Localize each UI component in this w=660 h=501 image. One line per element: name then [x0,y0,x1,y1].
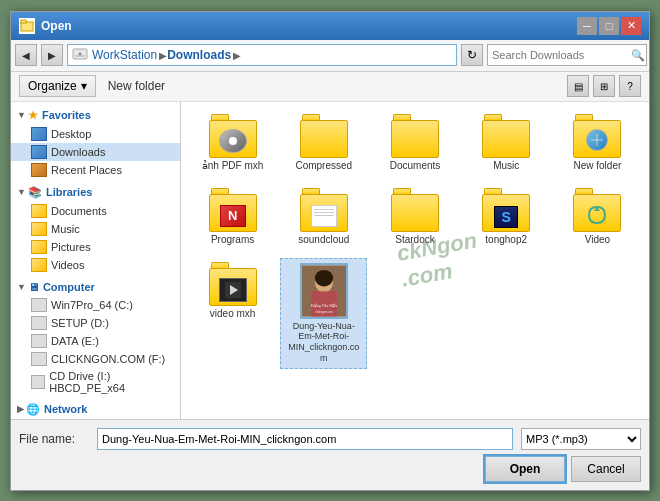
forward-button[interactable]: ▶ [41,44,63,66]
desktop-icon [31,127,47,141]
cancel-button[interactable]: Cancel [571,456,641,482]
file-item-compressed[interactable]: Compressed [280,110,367,176]
title-bar-left: Open [19,18,72,34]
libraries-collapse-arrow: ▼ [17,187,26,197]
layout-button[interactable]: ⊞ [593,75,615,97]
sidebar-item-setup[interactable]: SETUP (D:) [11,314,180,332]
sidebar-item-cd-drive[interactable]: CD Drive (I:) HBCD_PE_x64 [11,368,180,396]
documents-label: Documents [390,160,441,172]
file-item-video-mxh[interactable]: video mxh [189,258,276,369]
sidebar-item-documents[interactable]: Documents [11,202,180,220]
clickngon-drive-icon [31,352,47,366]
sidebar-item-win7pro[interactable]: Win7Pro_64 (C:) [11,296,180,314]
file-item-anh-pdf[interactable]: ảnh PDF mxh [189,110,276,176]
anh-pdf-label: ảnh PDF mxh [202,160,264,172]
sidebar-pictures-label: Pictures [51,241,91,253]
maximize-button[interactable]: □ [599,17,619,35]
computer-icon: 🖥 [28,281,39,293]
file-item-documents[interactable]: Documents [371,110,458,176]
soundcloud-folder-icon [300,188,348,232]
toolbar-right: ▤ ⊞ ? [567,75,641,97]
sidebar-item-pictures[interactable]: Pictures [11,238,180,256]
left-panel: ▼ ★ Favorites Desktop Downloads Recent P… [11,102,181,419]
svg-text:Đừng Yêu Nữa: Đừng Yêu Nữa [311,303,338,308]
new-folder-button[interactable]: New folder [104,75,169,97]
bottom-bar: File name: MP3 (*.mp3) All Files (*.*) O… [11,419,649,490]
sidebar-item-recent[interactable]: Recent Places [11,161,180,179]
computer-collapse-arrow: ▼ [17,282,26,292]
sidebar-clickngon-label: CLICKNGON.COM (F:) [51,353,165,365]
favorites-label: Favorites [42,109,91,121]
dialog-title: Open [41,19,72,33]
svg-rect-1 [21,20,26,23]
title-controls: ─ □ ✕ [577,17,641,35]
sidebar-item-clickngon[interactable]: CLICKNGON.COM (F:) [11,350,180,368]
path-workstation[interactable]: WorkStation ▶ [92,48,167,62]
file-item-new-folder[interactable]: New folder [554,110,641,176]
anh-pdf-folder-icon [209,114,257,158]
path-arrow-2: ▶ [233,50,241,61]
network-header[interactable]: ▶ 🌐 Network [11,400,180,419]
file-item-tonghop2[interactable]: S tonghop2 [463,184,550,250]
computer-header[interactable]: ▼ 🖥 Computer [11,278,180,296]
filename-input[interactable] [97,428,513,450]
documents-folder-icon-grid [391,114,439,158]
minimize-button[interactable]: ─ [577,17,597,35]
sidebar-item-desktop[interactable]: Desktop [11,125,180,143]
refresh-button[interactable]: ↻ [461,44,483,66]
right-panel: ckNgon.com ảnh PDF mxh [181,102,649,419]
sidebar-item-videos[interactable]: Videos [11,256,180,274]
filetype-select[interactable]: MP3 (*.mp3) All Files (*.*) [521,428,641,450]
buttons-row: Open Cancel [19,456,641,482]
address-path[interactable]: WorkStation ▶ Downloads ▶ [67,44,457,66]
sidebar-documents-label: Documents [51,205,107,217]
computer-section: ▼ 🖥 Computer Win7Pro_64 (C:) SETUP (D:) … [11,278,180,396]
view-button[interactable]: ▤ [567,75,589,97]
sidebar-item-data[interactable]: DATA (E:) [11,332,180,350]
svg-point-8 [315,269,333,286]
soundcloud-label: soundcloud [298,234,349,246]
file-item-programs[interactable]: N Programs [189,184,276,250]
workstation-label: WorkStation [92,48,157,62]
back-button[interactable]: ◀ [15,44,37,66]
sidebar-item-music[interactable]: Music [11,220,180,238]
programs-label: Programs [211,234,254,246]
compressed-folder-icon [300,114,348,158]
file-grid: ảnh PDF mxh Compressed Docum [189,110,641,369]
network-icon: 🌐 [26,403,40,416]
path-downloads[interactable]: Downloads ▶ [167,48,241,62]
favorites-header[interactable]: ▼ ★ Favorites [11,106,180,125]
data-drive-icon [31,334,47,348]
sidebar-data-label: DATA (E:) [51,335,99,347]
network-section: ▶ 🌐 Network [11,400,180,419]
close-button[interactable]: ✕ [621,17,641,35]
downloads-icon [31,145,47,159]
video-folder-icon [573,188,621,232]
file-item-stardock[interactable]: Stardock [371,184,458,250]
new-folder-icon-grid [573,114,621,158]
file-item-video[interactable]: Video [554,184,641,250]
sidebar-item-downloads[interactable]: Downloads [11,143,180,161]
open-button[interactable]: Open [485,456,565,482]
setup-drive-icon [31,316,47,330]
help-button[interactable]: ? [619,75,641,97]
organize-button[interactable]: Organize ▾ [19,75,96,97]
dung-yeu-nua-thumbnail: Đừng Yêu Nữa clickngon.com [300,263,348,319]
cd-drive-icon [31,375,45,389]
recent-places-icon [31,163,47,177]
sidebar-videos-label: Videos [51,259,84,271]
dung-yeu-nua-label: Dung-Yeu-Nua-Em-Met-Roi-MIN_clickngon.co… [285,321,362,364]
stardock-label: Stardock [395,234,434,246]
libraries-header[interactable]: ▼ 📚 Libraries [11,183,180,202]
filename-label: File name: [19,432,89,446]
toolbar: Organize ▾ New folder ▤ ⊞ ? [11,72,649,102]
pictures-folder-icon [31,240,47,254]
music-folder-icon [31,222,47,236]
search-input[interactable] [487,44,647,66]
sidebar-win7pro-label: Win7Pro_64 (C:) [51,299,133,311]
svg-point-4 [79,52,82,55]
favorites-section: ▼ ★ Favorites Desktop Downloads Recent P… [11,106,180,179]
file-item-music[interactable]: Music [463,110,550,176]
file-item-soundcloud[interactable]: soundcloud [280,184,367,250]
file-item-dung-yeu-nua[interactable]: Đừng Yêu Nữa clickngon.com Dung-Yeu-Nua-… [280,258,367,369]
